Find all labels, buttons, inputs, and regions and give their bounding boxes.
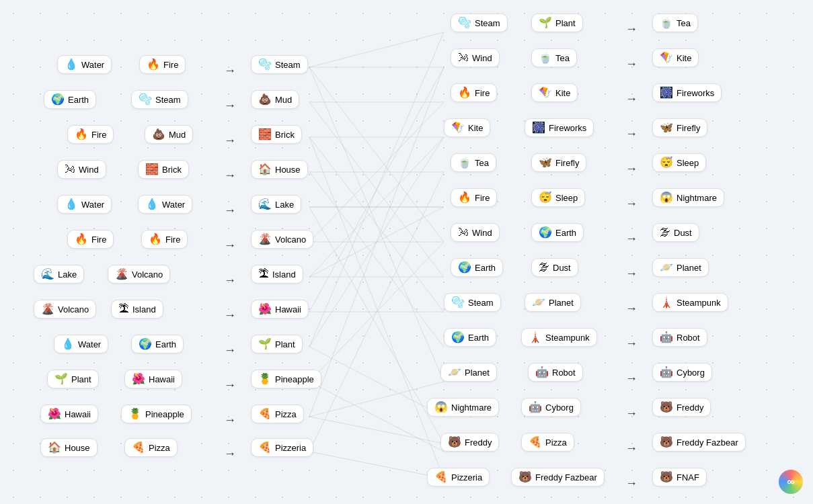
card-pizza2[interactable]: 🍕Pizza <box>124 438 178 457</box>
card-plant2[interactable]: 🌱Plant <box>47 370 99 388</box>
card-emoji-firefly2: 🦋 <box>539 157 552 168</box>
card-dust1[interactable]: 🌫Dust <box>652 223 699 242</box>
card-freddy1[interactable]: 🐻Freddy <box>652 398 711 417</box>
card-cyborg2[interactable]: 🤖Cyborg <box>521 398 581 417</box>
card-emoji-earth3: 🌍 <box>539 227 552 238</box>
card-label-lake2: Lake <box>58 269 77 280</box>
card-pineapple1[interactable]: 🍍Pineapple <box>251 370 321 388</box>
arrow-9: → <box>224 378 236 392</box>
card-fire3[interactable]: 🔥Fire <box>67 230 114 249</box>
card-label-mud2: Mud <box>169 130 186 140</box>
card-lake2[interactable]: 🌊Lake <box>34 265 84 284</box>
card-water4[interactable]: 💧Water <box>54 335 108 353</box>
card-emoji-robot1: 🤖 <box>660 332 673 343</box>
card-wind3[interactable]: 🌬Wind <box>451 223 500 242</box>
card-house1[interactable]: 🏠House <box>251 160 308 179</box>
card-pizzeria1[interactable]: 🍕Pizzeria <box>251 438 313 457</box>
card-earth2[interactable]: 🌍Earth <box>131 335 184 353</box>
card-emoji-freddyfazbear2: 🐻 <box>518 472 532 482</box>
card-mud1[interactable]: 💩Mud <box>251 90 299 109</box>
card-planet3[interactable]: 🪐Planet <box>440 363 497 382</box>
card-house2[interactable]: 🏠House <box>40 438 98 457</box>
card-plant1[interactable]: 🌱Plant <box>251 335 303 353</box>
card-brick2[interactable]: 🧱Brick <box>138 160 189 179</box>
card-nightmare1[interactable]: 😱Nightmare <box>652 188 724 207</box>
card-earth3[interactable]: 🌍Earth <box>531 223 584 242</box>
card-label-steampunk2: Steampunk <box>545 333 590 343</box>
card-fireworks2[interactable]: 🎆Fireworks <box>525 118 594 137</box>
card-planet1[interactable]: 🪐Planet <box>652 258 709 277</box>
card-pizza3[interactable]: 🍕Pizza <box>521 433 574 452</box>
card-water1[interactable]: 💧Water <box>57 55 112 74</box>
card-label-fire3: Fire <box>91 235 106 245</box>
card-island2[interactable]: 🏝Island <box>111 300 163 319</box>
card-freddyfazbear2[interactable]: 🐻Freddy Fazbear <box>511 468 605 487</box>
card-volcano2[interactable]: 🌋Volcano <box>108 265 170 284</box>
card-volcano1[interactable]: 🌋Volcano <box>251 230 313 249</box>
card-island1[interactable]: 🏝Island <box>251 265 303 284</box>
card-volcano3[interactable]: 🌋Volcano <box>34 300 96 319</box>
card-kite2[interactable]: 🪁Kite <box>531 83 578 102</box>
card-tea1[interactable]: 🍵Tea <box>652 13 698 32</box>
card-pizza1[interactable]: 🍕Pizza <box>251 405 304 423</box>
card-mud2[interactable]: 💩Mud <box>145 125 193 144</box>
card-label-steam2: Steam <box>155 95 181 105</box>
card-lake1[interactable]: 🌊Lake <box>251 195 301 214</box>
svg-line-18 <box>309 102 444 242</box>
card-wind2[interactable]: 🌬Wind <box>451 48 500 67</box>
card-earth1[interactable]: 🌍Earth <box>44 90 96 109</box>
card-nightmare2[interactable]: 😱Nightmare <box>427 398 499 417</box>
card-earth5[interactable]: 🌍Earth <box>444 328 496 347</box>
app-logo[interactable]: ∞ <box>779 470 803 494</box>
arrow-22: → <box>625 372 637 386</box>
card-tea3[interactable]: 🍵Tea <box>451 153 496 172</box>
card-steam4[interactable]: 🫧Steam <box>444 293 501 312</box>
card-hawaii3[interactable]: 🌺Hawaii <box>40 405 98 423</box>
card-label-fire2: Fire <box>91 130 106 140</box>
card-freddyfazbear1[interactable]: 🐻Freddy Fazbear <box>652 433 746 452</box>
card-fire6[interactable]: 🔥Fire <box>451 188 497 207</box>
card-earth4[interactable]: 🌍Earth <box>451 258 503 277</box>
card-kite3[interactable]: 🪁Kite <box>444 118 490 137</box>
card-pizzeria2[interactable]: 🍕Pizzeria <box>427 468 490 487</box>
card-fire1[interactable]: 🔥Fire <box>139 55 186 74</box>
card-label-house2: House <box>65 443 90 453</box>
card-steam1[interactable]: 🫧Steam <box>251 55 308 74</box>
card-fire2[interactable]: 🔥Fire <box>67 125 114 144</box>
card-fire5[interactable]: 🔥Fire <box>451 83 497 102</box>
card-sleep1[interactable]: 😴Sleep <box>652 153 706 172</box>
card-tea2[interactable]: 🍵Tea <box>531 48 577 67</box>
card-hawaii2[interactable]: 🌺Hawaii <box>124 370 182 388</box>
card-label-volcano1: Volcano <box>275 235 306 245</box>
card-firefly2[interactable]: 🦋Firefly <box>531 153 586 172</box>
card-sleep2[interactable]: 😴Sleep <box>531 188 585 207</box>
card-steam3[interactable]: 🫧Steam <box>451 13 508 32</box>
card-emoji-firefly1: 🦋 <box>660 122 673 133</box>
card-fireworks1[interactable]: 🎆Fireworks <box>652 83 722 102</box>
card-brick1[interactable]: 🧱Brick <box>251 125 302 144</box>
card-wind1[interactable]: 🌬Wind <box>57 160 106 179</box>
card-label-earth5: Earth <box>468 333 489 343</box>
card-fnaf1[interactable]: 🐻FNAF <box>652 468 707 487</box>
card-planet2[interactable]: 🪐Planet <box>525 293 581 312</box>
arrow-24: → <box>625 442 637 456</box>
card-freddy2[interactable]: 🐻Freddy <box>440 433 499 452</box>
card-emoji-water2: 💧 <box>65 199 78 210</box>
card-emoji-sleep1: 😴 <box>660 157 673 168</box>
card-cyborg1[interactable]: 🤖Cyborg <box>652 363 712 382</box>
card-water2[interactable]: 💧Water <box>57 195 112 214</box>
card-steam2[interactable]: 🫧Steam <box>131 90 188 109</box>
card-hawaii1[interactable]: 🌺Hawaii <box>251 300 309 319</box>
card-pineapple2[interactable]: 🍍Pineapple <box>121 405 192 423</box>
card-emoji-house1: 🏠 <box>258 164 272 175</box>
card-robot2[interactable]: 🤖Robot <box>528 363 583 382</box>
card-kite1[interactable]: 🪁Kite <box>652 48 699 67</box>
card-fire4[interactable]: 🔥Fire <box>141 230 188 249</box>
card-water3[interactable]: 💧Water <box>138 195 192 214</box>
card-steampunk2[interactable]: 🗼Steampunk <box>521 328 597 347</box>
card-robot1[interactable]: 🤖Robot <box>652 328 707 347</box>
card-steampunk1[interactable]: 🗼Steampunk <box>652 293 728 312</box>
card-firefly1[interactable]: 🦋Firefly <box>652 118 707 137</box>
card-dust2[interactable]: 🌫Dust <box>531 258 578 277</box>
card-plant3[interactable]: 🌱Plant <box>531 13 583 32</box>
